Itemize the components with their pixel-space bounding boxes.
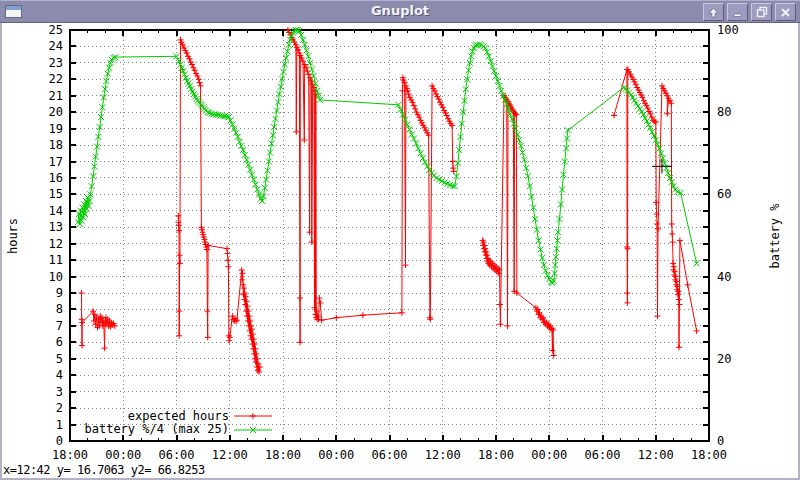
svg-text:13: 13 <box>49 220 63 234</box>
svg-text:12:00: 12:00 <box>638 448 674 462</box>
svg-text:18: 18 <box>49 138 63 152</box>
svg-text:40: 40 <box>717 270 731 284</box>
svg-text:00:00: 00:00 <box>318 448 354 462</box>
chart-canvas[interactable]: 18:0000:0006:0012:0018:0000:0006:0012:00… <box>0 23 800 480</box>
svg-text:3: 3 <box>56 385 63 399</box>
svg-text:16: 16 <box>49 171 63 185</box>
svg-text:18:00: 18:00 <box>691 448 727 462</box>
svg-text:expected hours: expected hours <box>128 409 229 423</box>
maximize-button[interactable] <box>751 3 772 21</box>
svg-text:battery %/4 (max 25): battery %/4 (max 25) <box>85 422 230 436</box>
window-icon-stripe <box>6 6 21 10</box>
svg-text:06:00: 06:00 <box>158 448 194 462</box>
svg-text:18:00: 18:00 <box>478 448 514 462</box>
window-border-left <box>0 23 2 480</box>
restore-icon <box>756 6 768 18</box>
svg-text:100: 100 <box>717 23 739 37</box>
svg-text:5: 5 <box>56 352 63 366</box>
svg-text:8: 8 <box>56 302 63 316</box>
svg-text:4: 4 <box>56 368 63 382</box>
svg-text:9: 9 <box>56 286 63 300</box>
svg-text:21: 21 <box>49 89 63 103</box>
window-menu-icon[interactable] <box>5 5 22 18</box>
svg-text:17: 17 <box>49 155 63 169</box>
status-bar: x=12:42 y= 16.7063 y2= 66.8253 <box>3 463 205 477</box>
svg-text:22: 22 <box>49 72 63 86</box>
svg-text:12: 12 <box>49 237 63 251</box>
svg-text:00:00: 00:00 <box>105 448 141 462</box>
svg-text:6: 6 <box>56 335 63 349</box>
svg-text:19: 19 <box>49 122 63 136</box>
svg-text:10: 10 <box>49 270 63 284</box>
svg-text:25: 25 <box>49 23 63 37</box>
svg-text:20: 20 <box>717 352 731 366</box>
svg-text:15: 15 <box>49 187 63 201</box>
svg-text:7: 7 <box>56 319 63 333</box>
svg-text:18:00: 18:00 <box>52 448 88 462</box>
svg-text:60: 60 <box>717 187 731 201</box>
svg-text:20: 20 <box>49 105 63 119</box>
svg-text:18:00: 18:00 <box>265 448 301 462</box>
minus-icon <box>732 7 743 18</box>
svg-text:hours: hours <box>6 218 20 254</box>
svg-text:12:00: 12:00 <box>212 448 248 462</box>
shade-button[interactable] <box>703 3 724 21</box>
svg-text:0: 0 <box>717 434 724 448</box>
svg-text:11: 11 <box>49 253 63 267</box>
svg-text:14: 14 <box>49 204 63 218</box>
svg-text:23: 23 <box>49 56 63 70</box>
svg-text:80: 80 <box>717 105 731 119</box>
close-button[interactable] <box>775 3 796 21</box>
window-title: Gnuplot <box>0 3 800 18</box>
minimize-button[interactable] <box>727 3 748 21</box>
svg-text:00:00: 00:00 <box>531 448 567 462</box>
svg-text:06:00: 06:00 <box>371 448 407 462</box>
svg-text:1: 1 <box>56 418 63 432</box>
svg-text:24: 24 <box>49 39 63 53</box>
svg-text:06:00: 06:00 <box>584 448 620 462</box>
svg-text:12:00: 12:00 <box>425 448 461 462</box>
window-buttons <box>703 3 796 21</box>
plot-window-content: 18:0000:0006:0012:0018:0000:0006:0012:00… <box>0 23 800 480</box>
title-bar[interactable]: Gnuplot <box>0 0 800 23</box>
x-icon <box>780 7 791 18</box>
svg-text:battery %: battery % <box>768 203 782 269</box>
svg-text:0: 0 <box>56 434 63 448</box>
arrow-up-icon <box>708 7 719 18</box>
svg-text:2: 2 <box>56 401 63 415</box>
